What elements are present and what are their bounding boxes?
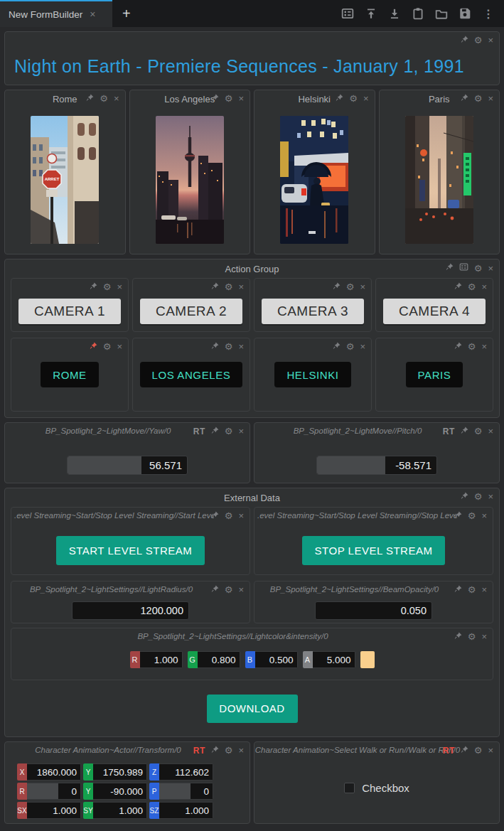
close-icon[interactable]: × [238,341,244,352]
camera-3-button[interactable]: CAMERA 3 [262,299,364,324]
pitch-slider[interactable]: -58.571 [316,456,437,475]
pin-icon[interactable] [211,282,219,292]
pin-icon[interactable] [446,263,454,273]
pin-icon[interactable] [461,427,468,436]
close-icon[interactable]: × [488,426,493,436]
close-icon[interactable]: × [481,282,487,292]
pin-icon[interactable] [454,342,462,352]
download-button[interactable]: DOWNLOAD [207,695,298,723]
close-icon[interactable]: × [238,584,244,595]
gear-icon[interactable]: ⚙ [468,342,476,351]
pin-icon[interactable] [461,36,468,45]
pin-icon[interactable] [211,342,219,352]
close-icon[interactable]: × [238,510,244,521]
red-channel-input[interactable]: 1.000 [140,651,183,668]
more-menu-icon[interactable]: ⋮ [480,5,497,22]
close-icon[interactable]: × [117,341,122,352]
pin-icon[interactable] [211,94,219,104]
camera-2-button[interactable]: CAMERA 2 [140,299,242,324]
pin-icon[interactable] [454,282,462,292]
close-icon[interactable]: × [360,341,365,352]
clipboard-icon[interactable] [409,5,427,22]
close-icon[interactable]: × [481,584,487,595]
rotate-p-input[interactable]: 0 [159,783,213,800]
scale-z-input[interactable]: 1.000 [159,802,213,819]
gear-icon[interactable]: ⚙ [346,342,355,351]
close-icon[interactable]: × [488,491,493,502]
pin-icon-pinned[interactable] [90,342,97,352]
tab-close-icon[interactable]: × [90,9,95,20]
paris-button[interactable]: PARIS [406,362,463,387]
yaw-slider[interactable]: 56.571 [67,456,188,475]
gear-icon[interactable]: ⚙ [225,427,233,436]
pin-icon[interactable] [454,632,462,642]
walk-run-checkbox[interactable] [344,783,355,793]
pin-icon[interactable] [90,282,97,292]
gear-icon[interactable]: ⚙ [474,36,483,45]
close-icon[interactable]: × [481,510,487,521]
upload-icon[interactable] [363,5,380,22]
close-icon[interactable]: × [238,93,244,104]
gear-icon[interactable]: ⚙ [225,342,233,351]
los-angeles-button[interactable]: LOS ANGELES [140,362,243,387]
gear-icon[interactable]: ⚙ [225,94,233,103]
pin-icon[interactable] [461,94,468,104]
gear-icon[interactable]: ⚙ [225,746,233,755]
folder-icon[interactable] [433,5,450,22]
pin-icon[interactable] [454,511,462,521]
close-icon[interactable]: × [488,745,493,756]
gear-icon[interactable]: ⚙ [468,511,476,520]
pin-icon[interactable] [461,746,468,756]
gear-icon[interactable]: ⚙ [346,282,355,291]
gear-icon[interactable]: ⚙ [103,282,112,291]
gear-icon[interactable]: ⚙ [468,585,476,594]
close-icon[interactable]: × [481,341,487,352]
translate-x-input[interactable]: 1860.000 [27,763,81,781]
pin-icon[interactable] [333,342,341,352]
helsinki-button[interactable]: HELSINKI [274,362,350,387]
camera-1-button[interactable]: CAMERA 1 [18,299,121,324]
form-builder-icon[interactable] [339,5,356,22]
gear-icon[interactable]: ⚙ [474,492,483,501]
gear-icon[interactable]: ⚙ [474,746,483,755]
color-swatch[interactable] [360,651,375,668]
stop-level-stream-button[interactable]: STOP LEVEL STREAM [302,536,446,565]
gear-icon[interactable]: ⚙ [349,94,358,103]
pin-icon[interactable] [86,94,94,104]
pin-icon[interactable] [454,585,462,595]
gear-icon[interactable]: ⚙ [474,427,483,436]
rome-button[interactable]: ROME [41,362,98,387]
gear-icon[interactable]: ⚙ [474,94,483,103]
blue-channel-input[interactable]: 0.500 [255,651,298,668]
close-icon[interactable]: × [114,93,119,104]
close-icon[interactable]: × [238,426,244,436]
gear-icon[interactable]: ⚙ [103,342,112,351]
beam-opacity-input[interactable]: 0.050 [315,601,432,620]
pin-icon[interactable] [211,585,219,595]
rotate-y-input[interactable]: -90.000 [93,783,147,800]
translate-y-input[interactable]: 1750.989 [93,763,147,781]
alpha-channel-input[interactable]: 5.000 [313,651,355,668]
gear-icon[interactable]: ⚙ [468,282,476,291]
gear-icon[interactable]: ⚙ [225,511,233,520]
camera-4-button[interactable]: CAMERA 4 [383,299,486,324]
pin-icon[interactable] [461,492,468,502]
scale-x-input[interactable]: 1.000 [27,802,81,819]
gear-icon[interactable]: ⚙ [468,632,476,641]
close-icon[interactable]: × [238,282,244,292]
scale-y-input[interactable]: 1.000 [93,802,147,819]
close-icon[interactable]: × [363,93,369,104]
download-icon[interactable] [386,5,403,22]
close-icon[interactable]: × [360,282,365,292]
start-level-stream-button[interactable]: START LEVEL STREAM [56,536,205,565]
new-tab-button[interactable]: + [112,0,141,27]
save-icon[interactable] [456,5,473,22]
gear-icon[interactable]: ⚙ [474,264,483,273]
tab-new-formbuilder[interactable]: New FormBuilder × [0,0,112,27]
gear-icon[interactable]: ⚙ [100,94,108,103]
pin-icon[interactable] [211,746,219,756]
green-channel-input[interactable]: 0.800 [198,651,240,668]
pin-icon[interactable] [211,427,219,436]
pin-icon[interactable] [333,282,341,292]
pin-icon[interactable] [336,94,343,104]
